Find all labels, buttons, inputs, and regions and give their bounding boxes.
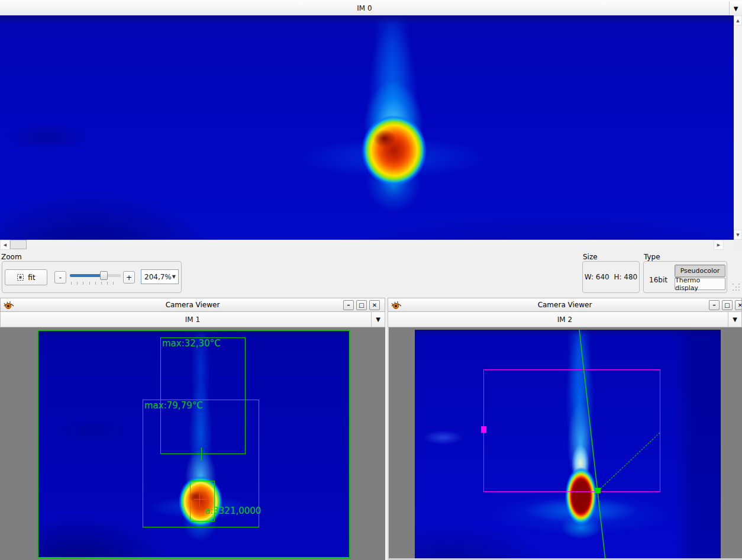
image-label: IM 1 bbox=[1, 312, 385, 327]
minimize-button[interactable]: – bbox=[343, 300, 354, 310]
measure-region-1[interactable] bbox=[161, 338, 246, 454]
zoom-group-label: Zoom bbox=[1, 253, 22, 261]
chevron-down-icon: ▼ bbox=[733, 316, 737, 323]
camera-viewer-eye-icon bbox=[3, 301, 15, 310]
viewer-canvas[interactable]: max:32,30°C max:79,79°C a:3321,0000 bbox=[0, 327, 385, 560]
window-controls: – □ ✕ bbox=[343, 300, 380, 310]
main-vertical-scrollbar[interactable]: ▲ ▼ bbox=[734, 15, 742, 240]
window-title: Camera Viewer bbox=[388, 301, 741, 309]
region1-max-label: max:32,30°C bbox=[162, 338, 221, 349]
roi-rectangle[interactable] bbox=[484, 370, 660, 492]
scroll-left-icon: ◀ bbox=[4, 243, 7, 247]
line-intersection-handle[interactable] bbox=[595, 488, 601, 493]
measure-line-vertical[interactable] bbox=[579, 330, 605, 560]
pseudocolor-button[interactable]: Pseudocolor bbox=[675, 265, 725, 277]
minimize-icon: – bbox=[713, 302, 716, 308]
bit-depth-value: 16bit bbox=[649, 276, 667, 284]
slider-ticks bbox=[71, 282, 120, 285]
measure-line-diagonal[interactable] bbox=[598, 433, 660, 491]
im1-annotations: max:32,30°C max:79,79°C a:3321,0000 bbox=[37, 330, 350, 558]
max-point-cross-1[interactable] bbox=[195, 448, 208, 461]
window-titlebar[interactable]: Camera Viewer – □ ✕ bbox=[0, 298, 385, 312]
scroll-left-button[interactable]: ◀ bbox=[0, 240, 10, 250]
im2-annotations bbox=[415, 330, 721, 560]
image-label: IM 2 bbox=[388, 312, 741, 327]
thermo-display-button[interactable]: Thermo display bbox=[675, 278, 725, 290]
thermal-analysis-app: IM 0 ▼ ▲ ▼ ◀ ▶ Zoom fit - + bbox=[0, 0, 742, 560]
maximize-button[interactable]: □ bbox=[722, 300, 733, 310]
close-button[interactable]: ✕ bbox=[735, 300, 742, 310]
zoom-level-value: 204,7% bbox=[141, 273, 172, 281]
scroll-up-icon: ▲ bbox=[736, 18, 739, 23]
image-dropdown-button[interactable]: ▼ bbox=[728, 312, 741, 327]
main-horizontal-scrollbar[interactable]: ◀ ▶ bbox=[0, 240, 734, 250]
toolbar: Zoom fit - + 204,7% ▼ Size W: 640 H: 480… bbox=[0, 250, 742, 298]
max-point-cross-2[interactable] bbox=[193, 493, 207, 506]
scroll-down-button[interactable]: ▼ bbox=[734, 230, 742, 240]
area-value-label: a:3321,0000 bbox=[205, 506, 261, 516]
zoom-out-button[interactable]: - bbox=[54, 271, 66, 284]
main-image-dropdown-button[interactable]: ▼ bbox=[729, 1, 742, 15]
main-image-label: IM 0 bbox=[357, 4, 372, 12]
window-controls: – □ ✕ bbox=[709, 300, 742, 310]
maximize-icon: □ bbox=[724, 302, 730, 308]
image-selector-bar: IM 1 ▼ bbox=[0, 312, 385, 327]
fit-button-label: fit bbox=[28, 273, 35, 282]
minimize-button[interactable]: – bbox=[709, 300, 720, 310]
minus-icon: - bbox=[59, 273, 62, 282]
pseudocolor-button-label: Pseudocolor bbox=[680, 267, 720, 275]
close-button[interactable]: ✕ bbox=[369, 300, 380, 310]
zoom-slider[interactable] bbox=[70, 269, 121, 286]
thermal-image-im0[interactable] bbox=[0, 15, 734, 240]
type-group-label: Type bbox=[644, 253, 660, 261]
size-group-label: Size bbox=[583, 253, 598, 261]
thermo-display-button-label: Thermo display bbox=[675, 276, 725, 292]
image-size-value: W: 640 H: 480 bbox=[583, 262, 639, 292]
resize-grip[interactable] bbox=[731, 282, 741, 292]
close-icon: ✕ bbox=[372, 302, 377, 308]
window-titlebar[interactable]: Camera Viewer – □ ✕ bbox=[388, 298, 742, 312]
window-title: Camera Viewer bbox=[1, 301, 385, 309]
image-selector-bar: IM 2 ▼ bbox=[388, 312, 742, 327]
zoom-level-combobox[interactable]: 204,7% ▼ bbox=[141, 269, 179, 284]
main-image-header: IM 0 bbox=[0, 1, 729, 15]
viewer-canvas[interactable] bbox=[388, 327, 742, 560]
close-icon: ✕ bbox=[738, 302, 742, 308]
image-dropdown-button[interactable]: ▼ bbox=[371, 312, 385, 327]
scroll-down-icon: ▼ bbox=[736, 233, 739, 237]
camera-viewer-eye-icon bbox=[391, 301, 402, 310]
horizontal-scrollbar-thumb[interactable] bbox=[10, 240, 27, 249]
type-group-box: 16bit Pseudocolor Thermo display bbox=[643, 261, 727, 293]
scrollbar-corner bbox=[734, 240, 742, 250]
maximize-icon: □ bbox=[359, 302, 364, 308]
scroll-right-icon: ▶ bbox=[717, 243, 720, 247]
camera-viewer-window-1: Camera Viewer – □ ✕ IM 1 ▼ bbox=[0, 298, 385, 560]
region2-max-label: max:79,79°C bbox=[144, 400, 203, 411]
camera-viewer-window-2: Camera Viewer – □ ✕ IM 2 ▼ bbox=[388, 298, 742, 560]
scroll-right-button[interactable]: ▶ bbox=[714, 240, 724, 250]
fit-button[interactable]: fit bbox=[5, 269, 47, 285]
zoom-in-button[interactable]: + bbox=[123, 271, 135, 284]
combobox-dropdown-icon: ▼ bbox=[172, 274, 179, 279]
fit-icon bbox=[17, 273, 24, 281]
slider-fill bbox=[70, 274, 104, 277]
minimize-icon: – bbox=[347, 302, 350, 308]
image-selection-border bbox=[38, 330, 350, 558]
roi-edge-handle[interactable] bbox=[481, 426, 486, 433]
plus-icon: + bbox=[126, 273, 132, 282]
slider-handle[interactable] bbox=[100, 271, 108, 280]
chevron-down-icon: ▼ bbox=[734, 5, 738, 12]
size-group-box: W: 640 H: 480 bbox=[582, 261, 640, 293]
chevron-down-icon: ▼ bbox=[376, 316, 380, 323]
maximize-button[interactable]: □ bbox=[356, 300, 367, 310]
scroll-up-button[interactable]: ▲ bbox=[734, 15, 742, 25]
